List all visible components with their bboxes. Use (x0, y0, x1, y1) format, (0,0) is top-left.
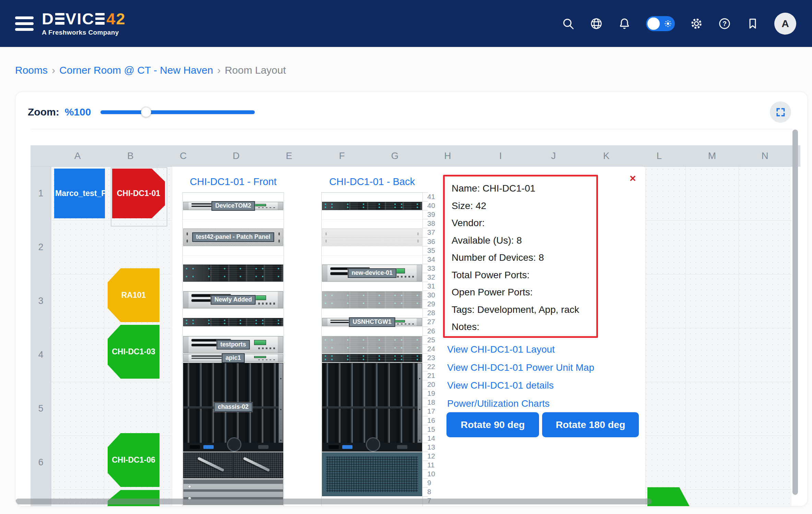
rack-info-popup: Name: CHI-DC1-01Size: 42Vendor:Available… (443, 175, 598, 338)
breadcrumb-item-rooms[interactable]: Rooms (15, 64, 48, 76)
brand-text: DVIC42 (42, 11, 126, 27)
unit-number-34: 34 (427, 255, 443, 264)
hamburger-menu-icon[interactable] (15, 16, 34, 31)
grid-row-2: 2 (31, 220, 51, 274)
device-usnhctgw1-back[interactable]: USNHCTGW1 (322, 318, 422, 326)
horizontal-scrollbar[interactable] (15, 499, 652, 504)
grid-column-header: ABCDEFGHIJKLMN (31, 145, 800, 167)
grid-rack-chi-dc1-03[interactable]: CHI-DC1-03 (108, 325, 159, 379)
theme-toggle[interactable] (646, 16, 675, 31)
device-new-device-01-back[interactable]: new-device-01 (322, 265, 422, 282)
link-view-chi-dc1-01-details[interactable]: View CHI-DC1-01 details (447, 377, 594, 395)
device-devicetom2-front[interactable]: DeviceTOM2 (183, 202, 283, 210)
unit-number-36: 36 (427, 237, 443, 246)
device-psu-front[interactable] (183, 452, 283, 478)
device-teal-back[interactable] (322, 452, 422, 497)
zoom-slider[interactable] (100, 110, 255, 114)
unit-number-29: 29 (427, 299, 443, 308)
unit-number-31: 31 (427, 282, 443, 291)
popup-field-open-power-ports: Open Power Ports: (452, 284, 589, 301)
logo-4: 4 (106, 11, 116, 27)
button-rotate-90-deg[interactable]: Rotate 90 deg (446, 412, 539, 437)
grid-column-N: N (739, 145, 791, 167)
help-icon[interactable]: ? (718, 17, 731, 30)
device-chassis-back[interactable] (322, 363, 422, 452)
device-dark-front[interactable] (183, 265, 283, 282)
grid-row-6: 6 (31, 436, 51, 489)
grid-column-A: A (51, 145, 104, 167)
grid-row-5: 5 (31, 382, 51, 436)
device-label: new-device-01 (348, 268, 396, 278)
unit-number-26: 26 (427, 327, 443, 335)
popup-field-number-of-devices: Number of Devices: 8 (452, 249, 589, 267)
unit-number-30: 30 (427, 291, 443, 299)
brand-subtitle: A Freshworks Company (42, 29, 126, 36)
grid-column-M: M (685, 145, 738, 167)
rack-links: View CHI-DC1-01 LayoutView CHI-DC1-01 Po… (447, 341, 594, 413)
device-dark-back[interactable] (322, 336, 422, 353)
unit-number-16: 16 (427, 416, 443, 425)
zoom-slider-handle[interactable] (141, 107, 151, 117)
grid-rack-ra101[interactable]: RA101 (108, 268, 159, 322)
unit-number-38: 38 (427, 219, 443, 228)
bookmark-icon[interactable] (746, 17, 759, 30)
grid-row-labels: 1234567 (31, 167, 51, 506)
front-rack-title: CHI-DC1-01 - Front (182, 176, 285, 187)
unit-number-20: 20 (427, 380, 443, 389)
device-dark-back[interactable] (322, 354, 422, 362)
toolbar-divider (31, 129, 792, 129)
device-dark-front[interactable] (183, 318, 283, 326)
link-power-utilization-charts[interactable]: Power/Utilization Charts (447, 395, 594, 413)
grid-column-H: H (421, 145, 474, 167)
room-layout-card: Zoom: %100 ABCDEFGHIJKLMN 1234567 CHI-DC… (15, 91, 808, 506)
link-view-chi-dc1-01-power-unit-map[interactable]: View CHI-DC1-01 Power Unit Map (447, 359, 594, 377)
unit-number-8: 8 (427, 487, 443, 496)
device-apic1-front[interactable]: apic1 (183, 354, 283, 362)
link-view-chi-dc1-01-layout[interactable]: View CHI-DC1-01 Layout (447, 341, 594, 359)
room-grid: ABCDEFGHIJKLMN 1234567 CHI-DC1-01 - Fron… (31, 145, 800, 506)
device-label: testports (217, 340, 250, 350)
device-label: chassis-02 (214, 402, 252, 412)
sun-icon (664, 19, 672, 28)
zoom-value: %100 (65, 106, 91, 118)
device-test42-panel-patch-panel-front[interactable]: test42-panel - Patch Panel (183, 229, 283, 246)
device-dark-back[interactable] (322, 291, 422, 308)
unit-number-17: 17 (427, 407, 443, 416)
user-avatar[interactable]: A (774, 13, 796, 35)
back-rack-frame: new-device-01USNHCTGW1 (321, 192, 423, 506)
device-label: USNHCTGW1 (349, 318, 395, 327)
grid-rack-chi-dc1-01[interactable]: CHI-DC1-01 (112, 169, 165, 218)
grid-column-F: F (315, 145, 368, 167)
popup-field-available-us-: Available (Us): 8 (452, 232, 589, 249)
grid-column-E: E (263, 145, 315, 167)
popup-field-tags: Tags: Development, App, rack (452, 301, 589, 319)
grid-column-C: C (157, 145, 210, 167)
grid-rack-chi-dc1-06[interactable]: CHI-DC1-06 (108, 433, 159, 487)
popup-close-icon[interactable]: × (630, 173, 636, 184)
breadcrumb-item-corner-room-ct-new-haven[interactable]: Corner Room @ CT - New Haven (59, 64, 213, 76)
device-newly-added-front[interactable]: Newly Added (183, 291, 283, 308)
device-testports-front[interactable]: testports (183, 336, 283, 353)
fullscreen-button[interactable] (770, 101, 791, 123)
search-icon[interactable] (562, 17, 575, 30)
settings-gear-icon[interactable] (690, 17, 703, 30)
device-chassis-02-front[interactable]: chassis-02 (183, 363, 283, 452)
button-rotate-180-deg[interactable]: Rotate 180 deg (542, 412, 639, 437)
device-gray-back[interactable] (322, 229, 422, 246)
grid-column-B: B (104, 145, 157, 167)
device-label: Newly Added (211, 295, 255, 305)
zoom-toolbar: Zoom: %100 (28, 105, 255, 119)
grid-column-K: K (580, 145, 633, 167)
grid-column-J: J (527, 145, 580, 167)
globe-icon[interactable] (590, 17, 603, 30)
logo-e-glyph (55, 13, 64, 25)
grid-rack-marco-test-pa[interactable]: Marco_test_Pa (54, 169, 105, 218)
device-label: test42-panel - Patch Panel (192, 233, 274, 242)
device-label: apic1 (222, 353, 245, 363)
device-dark-back[interactable] (322, 202, 422, 210)
grid-column-D: D (210, 145, 263, 167)
vertical-scrollbar[interactable] (792, 130, 798, 495)
device-label: DeviceTOM2 (212, 201, 255, 211)
unit-number-9: 9 (427, 478, 443, 487)
notifications-bell-icon[interactable] (618, 17, 631, 30)
